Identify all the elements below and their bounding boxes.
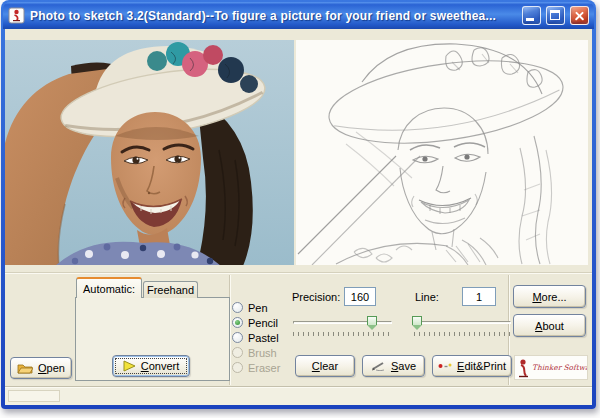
open-label: Open xyxy=(38,362,65,374)
app-icon xyxy=(8,7,25,24)
more-button[interactable]: More... xyxy=(513,285,586,308)
radio-pastel[interactable]: Pastel xyxy=(232,331,279,344)
save-label: Save xyxy=(391,360,416,372)
radio-eraser-label: Eraser xyxy=(248,362,280,374)
line-slider-thumb[interactable] xyxy=(412,316,422,325)
line-slider-ticks xyxy=(414,332,511,336)
radio-pastel-circle xyxy=(232,332,243,343)
sketch-image xyxy=(296,40,588,265)
radio-pen-circle xyxy=(232,302,243,313)
window-title: Photo to sketch 3.2(Standard)--To figure… xyxy=(30,9,517,23)
save-button[interactable]: Save xyxy=(362,355,425,377)
tab-freehand-label: Freehand xyxy=(147,284,194,296)
edit-print-icon xyxy=(438,362,452,370)
status-bar xyxy=(5,386,592,405)
clear-label: Clear xyxy=(312,360,338,372)
open-folder-icon xyxy=(17,362,33,374)
edit-print-label: Edit&Print xyxy=(457,360,506,372)
close-button[interactable] xyxy=(570,6,589,25)
precision-input[interactable] xyxy=(344,287,376,306)
radio-pen-label: Pen xyxy=(248,302,268,314)
vendor-logo-icon: Thinker Software xyxy=(515,356,587,379)
more-label: More... xyxy=(532,291,566,303)
convert-label: Convert xyxy=(141,360,180,372)
convert-button[interactable]: Convert xyxy=(112,355,190,377)
convert-play-icon xyxy=(123,360,136,372)
minimize-button[interactable] xyxy=(522,6,541,25)
radio-pencil[interactable]: Pencil xyxy=(232,316,278,329)
sketch-preview xyxy=(296,40,588,265)
vendor-logo-text: Thinker Software xyxy=(532,363,587,372)
radio-brush-label: Brush xyxy=(248,347,277,359)
panel-separator xyxy=(5,272,592,274)
radio-pen[interactable]: Pen xyxy=(232,301,268,314)
precision-label: Precision: xyxy=(292,291,340,303)
radio-eraser-circle xyxy=(232,362,243,373)
title-bar[interactable]: Photo to sketch 3.2(Standard)--To figure… xyxy=(3,2,594,29)
tab-automatic[interactable]: Automatic: xyxy=(76,277,142,298)
minimize-icon xyxy=(526,18,534,21)
radio-brush: Brush xyxy=(232,346,277,359)
vendor-logo: Thinker Software xyxy=(514,355,588,380)
line-input[interactable] xyxy=(462,287,496,306)
radio-pastel-label: Pastel xyxy=(248,332,279,344)
status-cell xyxy=(8,390,60,402)
line-label: Line: xyxy=(415,291,439,303)
about-button[interactable]: About xyxy=(513,314,586,337)
app-window: Photo to sketch 3.2(Standard)--To figure… xyxy=(1,0,596,409)
precision-slider-thumb[interactable] xyxy=(367,316,377,325)
radio-eraser: Eraser xyxy=(232,361,280,374)
clear-button[interactable]: Clear xyxy=(295,355,355,377)
photo-image xyxy=(5,40,294,265)
open-button[interactable]: Open xyxy=(10,357,72,379)
tab-automatic-label: Automatic: xyxy=(83,283,135,295)
maximize-icon xyxy=(550,10,560,20)
maximize-button[interactable] xyxy=(546,6,565,25)
client-area: Open Automatic: Freehand Convert Pen Pen… xyxy=(5,29,592,405)
radio-pencil-label: Pencil xyxy=(248,317,278,329)
line-slider-track[interactable] xyxy=(414,321,511,324)
original-photo-preview xyxy=(5,40,294,265)
tab-freehand[interactable]: Freehand xyxy=(143,281,198,298)
line-slider[interactable] xyxy=(414,316,511,330)
precision-slider-ticks xyxy=(293,332,392,336)
radio-pencil-circle xyxy=(232,317,243,328)
radio-brush-circle xyxy=(232,347,243,358)
about-label: About xyxy=(535,320,564,332)
edit-print-button[interactable]: Edit&Print xyxy=(432,355,512,377)
save-icon xyxy=(371,361,386,371)
precision-slider[interactable] xyxy=(293,316,392,330)
